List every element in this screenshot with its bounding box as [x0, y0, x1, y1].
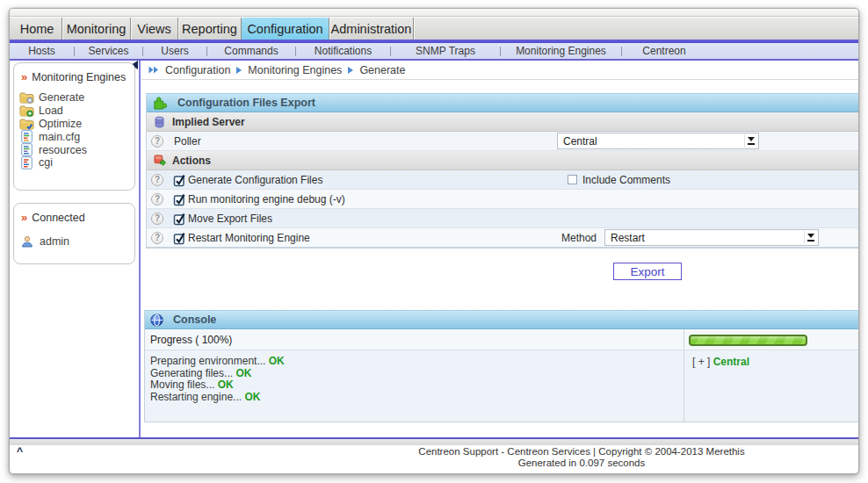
- file-resources-icon: [19, 143, 34, 156]
- menu-item-home[interactable]: Home: [12, 18, 61, 40]
- form-header: Configuration Files Export: [147, 93, 859, 112]
- section-actions: Actions: [147, 151, 859, 170]
- file-cgi-icon: [19, 156, 34, 169]
- expand-host-toggle[interactable]: [ + ]: [692, 356, 710, 368]
- console-log: Preparing environment... OK Generating f…: [145, 350, 684, 422]
- window-top-strip: [10, 9, 858, 17]
- sidebar-item-label: Load: [39, 105, 63, 117]
- poller-select-value: Central: [563, 135, 597, 148]
- section-implied-server-label: Implied Server: [172, 116, 245, 128]
- sidebar-item-label: Generate: [39, 91, 84, 104]
- connected-user-label: admin: [40, 235, 69, 248]
- generate-files-row: ? Generate Configuration Files Include C…: [147, 170, 859, 190]
- restart-engine-label: Restart Monitoring Engine: [188, 232, 310, 244]
- sidebar-item-load[interactable]: Load: [14, 105, 134, 118]
- double-chevron-icon: »: [21, 70, 26, 83]
- generate-files-label: Generate Configuration Files: [188, 174, 322, 186]
- double-chevron-icon: »: [21, 211, 26, 224]
- form-title: Configuration Files Export: [177, 97, 315, 109]
- restart-engine-checkbox[interactable]: [173, 232, 184, 244]
- sidebar-menu-title: » Monitoring Engines: [14, 63, 134, 83]
- subnav-item-hosts[interactable]: Hosts: [10, 43, 74, 59]
- help-icon[interactable]: ?: [151, 213, 163, 225]
- sidebar-item-label: main.cfg: [39, 131, 80, 143]
- log-label: Preparing environment...: [150, 355, 265, 367]
- menu-item-configuration[interactable]: Configuration: [242, 18, 329, 40]
- subnav-item-notifications[interactable]: Notifications: [296, 43, 390, 59]
- sidebar-item-optimize[interactable]: Optimize: [14, 118, 134, 131]
- breadcrumb: Configuration Monitoring Engines Generat…: [148, 61, 406, 79]
- actions-icon: [154, 155, 166, 167]
- sidebar-item-label: Optimize: [39, 118, 82, 130]
- breadcrumb-divider: [141, 79, 858, 80]
- dropdown-arrow-icon: [804, 231, 817, 244]
- subnav-item-snmp-traps[interactable]: SNMP Traps: [391, 43, 500, 59]
- menu-separator: [413, 18, 414, 40]
- breadcrumb-item-monitoring-engines[interactable]: Monitoring Engines: [248, 64, 342, 76]
- subnav-item-centreon[interactable]: Centreon: [622, 43, 706, 59]
- log-status: OK: [235, 367, 251, 379]
- include-comments-checkbox[interactable]: [568, 175, 577, 184]
- sidebar-item-label: resources: [39, 144, 87, 156]
- sidebar-item-resources[interactable]: resources: [14, 143, 134, 156]
- sidebar-item-cgi[interactable]: cgi: [14, 156, 134, 169]
- subnav-item-users[interactable]: Users: [143, 43, 206, 59]
- footer-strip: [10, 439, 858, 445]
- move-files-label: Move Export Files: [188, 213, 272, 225]
- scroll-to-top-link[interactable]: ^: [17, 445, 23, 458]
- generate-files-checkbox[interactable]: [173, 174, 184, 186]
- console-panel: Console Progress ( 100%) Preparing envir…: [144, 310, 859, 422]
- console-header: Console: [145, 310, 859, 329]
- connected-user[interactable]: admin: [14, 235, 134, 248]
- console-log-row: Preparing environment... OK Generating f…: [145, 350, 859, 422]
- poller-label: Poller: [174, 135, 201, 148]
- console-host[interactable]: [ + ] Central: [692, 356, 859, 368]
- sidebar-menu-box: » Monitoring Engines Generate: [13, 62, 135, 191]
- breadcrumb-item-generate[interactable]: Generate: [359, 64, 405, 76]
- browser-page: Home Monitoring Views Reporting Configur…: [9, 8, 859, 474]
- subnav-item-services[interactable]: Services: [75, 43, 142, 59]
- content-area: » Monitoring Engines Generate: [10, 61, 858, 437]
- debug-checkbox[interactable]: [173, 193, 184, 205]
- log-label: Moving files...: [150, 378, 214, 391]
- method-select[interactable]: Restart: [604, 229, 819, 246]
- breadcrumb-item-configuration[interactable]: Configuration: [165, 64, 230, 76]
- breadcrumb-arrow-icon: [236, 67, 242, 74]
- sidebar-menu-title-label: Monitoring Engines: [32, 71, 126, 83]
- log-status: OK: [244, 391, 260, 403]
- breadcrumb-arrow-icon: [348, 67, 353, 74]
- database-icon: [154, 116, 166, 128]
- menu-item-administration[interactable]: Administration: [329, 18, 413, 40]
- folder-plus-icon: [19, 105, 34, 118]
- log-line: Moving files... OK: [150, 379, 684, 392]
- sidebar-divider: [139, 61, 141, 437]
- console-title: Console: [173, 314, 216, 326]
- move-files-checkbox[interactable]: [173, 213, 184, 225]
- help-icon[interactable]: ?: [151, 174, 163, 186]
- help-icon[interactable]: ?: [151, 135, 163, 148]
- menu-item-monitoring[interactable]: Monitoring: [62, 18, 130, 40]
- poller-select[interactable]: Central: [557, 133, 759, 149]
- footer-generated: Generated in 0.097 seconds: [418, 458, 744, 469]
- sidebar-item-main-cfg[interactable]: main.cfg: [14, 130, 134, 143]
- export-button[interactable]: Export: [613, 263, 682, 280]
- sidebar-connected-title-label: Connected: [32, 212, 84, 224]
- sidebar-item-generate[interactable]: Generate: [14, 91, 134, 105]
- progress-row: Progress ( 100%): [145, 329, 859, 350]
- help-icon[interactable]: ?: [151, 232, 163, 244]
- section-actions-label: Actions: [172, 155, 211, 167]
- debug-row: ? Run monitoring engine debug (-v): [147, 190, 859, 209]
- export-puzzle-icon: [153, 96, 167, 110]
- restart-engine-row: ? Restart Monitoring Engine Method Resta…: [147, 228, 859, 248]
- sidebar-connected-box: » Connected admin: [13, 203, 135, 264]
- subnav-item-commands[interactable]: Commands: [207, 43, 295, 59]
- debug-label: Run monitoring engine debug (-v): [188, 193, 345, 205]
- log-line: Preparing environment... OK: [150, 356, 684, 368]
- help-icon[interactable]: ?: [151, 193, 163, 205]
- sidebar-connected-title: » Connected: [14, 204, 134, 224]
- menu-item-views[interactable]: Views: [131, 18, 177, 40]
- dropdown-arrow-icon: [744, 134, 757, 148]
- include-comments-label: Include Comments: [582, 174, 670, 186]
- menu-item-reporting[interactable]: Reporting: [178, 18, 241, 40]
- subnav-item-monitoring-engines[interactable]: Monitoring Engines: [501, 43, 621, 59]
